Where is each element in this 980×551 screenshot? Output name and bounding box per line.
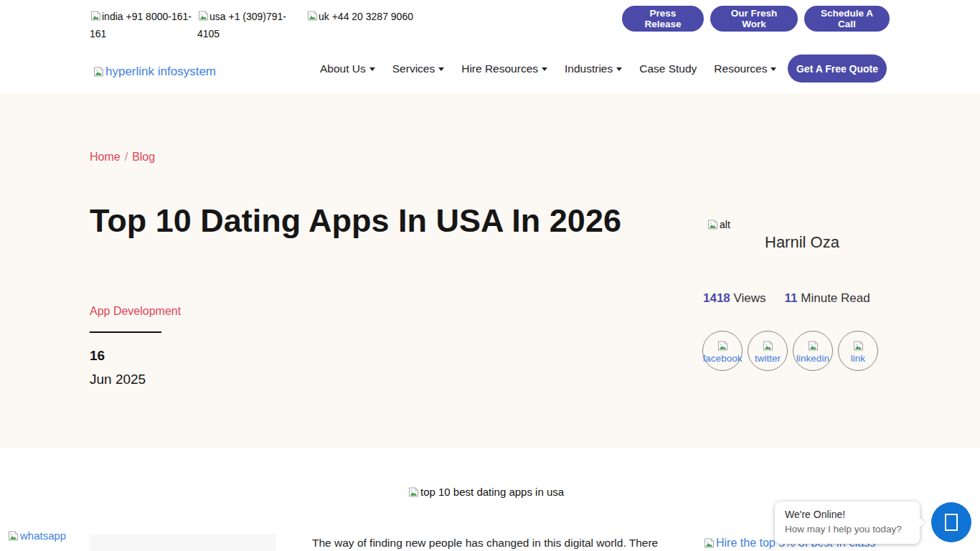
nav-item-label: Case Study: [639, 62, 697, 75]
broken-image-icon: [407, 486, 420, 498]
nav-item-services[interactable]: Services: [392, 62, 444, 75]
title-divider: [90, 331, 161, 333]
flag-india-alt: india: [102, 11, 123, 22]
views-label: Views: [730, 291, 766, 305]
hero-section: Home/Blog Top 10 Dating Apps In USA In 2…: [0, 93, 980, 448]
phone-usa[interactable]: usa +1 (309)791-4105: [197, 8, 294, 42]
whatsapp-alt-text: whatsapp: [20, 529, 66, 542]
post-date-month-year: Jun 2025: [90, 372, 146, 387]
share-alt-text: facebook: [703, 353, 743, 364]
phone-india[interactable]: india +91 8000-161-161: [90, 8, 197, 42]
phone-uk[interactable]: uk +44 20 3287 9060: [306, 8, 464, 25]
author-name: Harnil Oza: [765, 233, 839, 252]
nav-item-industries[interactable]: Industries: [565, 62, 622, 75]
article-paragraph: The way of finding new people has change…: [312, 534, 671, 551]
nav-item-label: Resources: [714, 62, 767, 75]
post-stats: 1418 Views11 Minute Read: [703, 291, 870, 306]
chat-tooltip-pointer: [918, 517, 925, 528]
chat-status-text: We're Online!: [785, 509, 910, 520]
broken-image-icon: [703, 537, 715, 549]
nav-item-about-us[interactable]: About Us: [320, 62, 375, 75]
blog-page: india +91 8000-161-161 usa +1 (309)791-4…: [0, 0, 980, 551]
nav-item-resources[interactable]: Resources: [714, 62, 776, 75]
nav-item-label: Services: [392, 62, 435, 75]
chat-prompt-text: How may I help you today?: [785, 524, 910, 534]
article-hero-image: top 10 best dating apps in usa: [407, 486, 564, 498]
breadcrumb: Home/Blog: [90, 151, 155, 164]
flag-usa-alt: usa: [209, 11, 226, 22]
broken-image-icon: [762, 340, 774, 352]
breadcrumb-home-link[interactable]: Home: [90, 151, 121, 163]
our-fresh-work-button[interactable]: Our Fresh Work: [710, 6, 798, 32]
share-alt-text: link: [851, 353, 865, 364]
page-title: Top 10 Dating Apps In USA In 2026: [90, 197, 635, 245]
nav-item-label: Hire Resources: [461, 62, 538, 75]
main-nav: hyperlink infosystem About Us Services H…: [0, 44, 980, 93]
flag-uk-alt: uk: [319, 11, 329, 22]
breadcrumb-blog-link[interactable]: Blog: [132, 151, 155, 163]
share-buttons: facebook twitter linkedin link: [702, 331, 878, 371]
category-link[interactable]: App Development: [90, 305, 181, 318]
whatsapp-button[interactable]: whatsapp: [7, 529, 66, 542]
table-of-contents-box: [90, 534, 276, 551]
press-release-button[interactable]: Press Release: [622, 6, 704, 32]
broken-image-icon: [807, 340, 819, 352]
breadcrumb-separator: /: [125, 151, 128, 163]
chevron-down-icon: [438, 67, 444, 71]
topbar: india +91 8000-161-161 usa +1 (309)791-4…: [0, 0, 980, 44]
broken-image-icon: [852, 340, 864, 352]
broken-image-icon: [707, 219, 719, 230]
read-time-label: Minute Read: [798, 291, 870, 305]
post-date-day: 16: [90, 348, 105, 364]
views-count: 1418: [703, 291, 730, 305]
broken-image-icon: [7, 530, 19, 542]
broken-image-icon: [717, 340, 729, 352]
get-a-free-quote-button[interactable]: Get A Free Quote: [788, 55, 887, 83]
share-alt-text: linkedin: [796, 353, 829, 364]
chevron-down-icon: [369, 67, 375, 71]
share-twitter-button[interactable]: twitter: [748, 331, 788, 371]
chevron-down-icon: [616, 67, 622, 71]
avatar-alt-text: alt: [720, 219, 730, 230]
nav-item-label: Industries: [565, 62, 613, 75]
share-facebook-button[interactable]: facebook: [702, 331, 743, 371]
chat-tooltip: We're Online! How may I help you today?: [775, 501, 920, 544]
broken-image-icon: [90, 10, 102, 22]
read-time-count: 11: [785, 291, 798, 305]
logo-alt-text: hyperlink infosystem: [105, 65, 216, 79]
author-avatar: alt: [707, 219, 730, 230]
share-alt-text: twitter: [755, 353, 781, 364]
schedule-a-call-button[interactable]: Schedule A Call: [804, 6, 890, 32]
chevron-down-icon: [771, 67, 776, 71]
nav-item-hire-resources[interactable]: Hire Resources: [461, 62, 547, 75]
chat-launcher-button[interactable]: [931, 502, 971, 542]
broken-image-icon: [197, 10, 209, 22]
chat-icon: [945, 514, 958, 531]
logo-link[interactable]: hyperlink infosystem: [93, 65, 216, 79]
share-linkedin-button[interactable]: linkedin: [793, 331, 833, 371]
broken-image-icon: [306, 10, 319, 22]
nav-menu: About Us Services Hire Resources Industr…: [320, 44, 849, 93]
hero-image-alt-text: top 10 best dating apps in usa: [420, 486, 564, 498]
nav-item-label: About Us: [320, 62, 366, 75]
broken-image-icon: [93, 66, 105, 77]
share-copy-link-button[interactable]: link: [838, 331, 878, 371]
chevron-down-icon: [542, 67, 547, 71]
phone-number-uk[interactable]: +44 20 3287 9060: [332, 11, 413, 22]
nav-item-case-study[interactable]: Case Study: [639, 62, 697, 75]
